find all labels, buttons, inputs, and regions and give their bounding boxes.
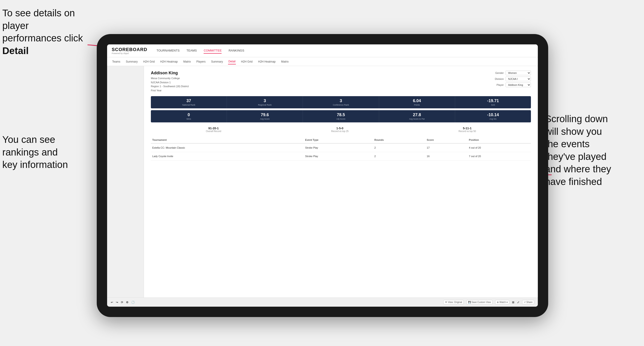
score-1: 17: [426, 143, 468, 152]
bottom-toolbar: ↩ ↪ ⟳ ⚙ 🕐 👁 View: Original 💾 Save Custom…: [107, 298, 538, 307]
tab-matrix[interactable]: Matrix: [183, 59, 192, 64]
division-select[interactable]: NJCAA I NJCAA II: [506, 77, 531, 81]
annotation-top-left: To see details on player performances cl…: [2, 7, 90, 57]
conference-rank-value: 3: [304, 98, 377, 103]
gender-label: Gender: [495, 72, 504, 74]
stats-row-1: 37 National Rank 3 Regional Rank 3 Confe…: [151, 96, 531, 108]
redo-icon[interactable]: ↪: [116, 301, 118, 304]
conference-rank-label: Conference Rank: [304, 104, 377, 106]
undo-icon[interactable]: ↩: [111, 301, 113, 304]
stats-row-2: 0 Wins 79.6 Avg Score 78.5 Adj Score 27.…: [151, 110, 531, 122]
overall-record-label: Overall Record: [206, 130, 221, 133]
record-top50-label: Record vs top 50: [458, 130, 476, 133]
record-top25-value: 1-5-0: [331, 127, 349, 130]
player-info: Addison King Mesa Community College NJCA…: [151, 71, 189, 92]
event-type-2: Stroke Play: [304, 152, 373, 161]
records-row: 91-20-1 Overall Record 1-5-0 Record vs t…: [151, 125, 531, 134]
event-type-1: Stroke Play: [304, 143, 373, 152]
avg-sg-label: Avg SG: [456, 118, 530, 120]
table-row: Estella CC- Mountain Classic Stroke Play…: [151, 143, 531, 152]
tab-h2h-heatmap[interactable]: H2H Heatmap: [160, 59, 178, 64]
score-2: 16: [426, 152, 468, 161]
resize-icon[interactable]: ⊞: [512, 301, 514, 304]
player-filter-row: Player Addison King: [496, 83, 531, 87]
division-label: Division: [495, 78, 504, 80]
view-original-btn[interactable]: 👁 View: Original: [444, 300, 464, 304]
overall-record-value: 91-20-1: [206, 127, 221, 130]
gender-filter-row: Gender Women Men: [495, 71, 531, 75]
avg-score-value: 79.6: [228, 113, 301, 117]
overall-record: 91-20-1 Overall Record: [206, 127, 221, 133]
main-content: Addison King Mesa Community College NJCA…: [107, 66, 538, 298]
record-top50-value: 5-11-1: [458, 127, 476, 130]
tournament-name-2: Lady Coyote Invite: [151, 152, 304, 161]
regional-rank-label: Regional Rank: [228, 104, 301, 106]
position-1: 4 out of 20: [468, 143, 531, 152]
table-row: Lady Coyote Invite Stroke Play 2 16 7 ou…: [151, 152, 531, 161]
tab-players[interactable]: Players: [196, 59, 206, 64]
col-score: Score: [426, 137, 468, 143]
expand-icon[interactable]: ⤢: [517, 301, 520, 304]
annotation-right: Scrolling down will show you the events …: [545, 113, 642, 188]
tab-matrix2[interactable]: Matrix: [281, 59, 289, 64]
record-top25: 1-5-0 Record vs top 25: [331, 127, 349, 133]
gender-select[interactable]: Women Men: [506, 71, 531, 75]
tournament-name-1: Estella CC- Mountain Classic: [151, 143, 304, 152]
nav-items: TOURNAMENTS TEAMS COMMITTEE RANKINGS: [156, 48, 244, 54]
record-top25-label: Record vs top 25: [331, 130, 349, 133]
player-select[interactable]: Addison King: [506, 83, 531, 87]
col-event-type: Event Type: [304, 137, 373, 143]
player-header: Addison King Mesa Community College NJCA…: [151, 71, 531, 92]
view-original-label: View: Original: [448, 301, 462, 304]
points-value: 6.04: [380, 98, 454, 103]
sub-nav: Teams Summary H2H Grid H2H Heatmap Matri…: [107, 57, 538, 66]
watch-label: Watch: [499, 301, 506, 304]
scoreboard-logo: SCOREBOARD Powered by clippd: [112, 47, 147, 54]
content-area: Addison King Mesa Community College NJCA…: [144, 66, 538, 298]
stat-points: 6.04 Points: [379, 96, 455, 108]
stat-avg-score: 79.6 Avg Score: [227, 110, 303, 122]
share-label: Share: [526, 301, 532, 304]
settings-icon[interactable]: ⚙: [126, 301, 128, 304]
save-custom-label: Save Custom View: [472, 301, 491, 304]
left-sidebar: [107, 66, 144, 298]
stat-avg-sg: -10.14 Avg SG: [455, 110, 531, 122]
tab-h2h-heatmap2[interactable]: H2H Heatmap: [258, 59, 276, 64]
watch-btn[interactable]: ⊕ Watch ▾: [495, 300, 509, 304]
stat-avg-score-to-par: 27.8 Avg Score to Par: [379, 110, 455, 122]
wins-value: 0: [152, 113, 225, 117]
tab-summary2[interactable]: Summary: [210, 59, 223, 64]
save-custom-view-btn[interactable]: 💾 Save Custom View: [466, 300, 492, 304]
national-rank-label: National Rank: [152, 104, 225, 106]
stat-regional-rank: 3 Regional Rank: [227, 96, 303, 108]
tab-teams[interactable]: Teams: [112, 59, 121, 64]
avg-score-label: Avg Score: [228, 118, 301, 120]
watch-icon: ⊕: [497, 301, 499, 304]
stat-national-rank: 37 National Rank: [151, 96, 227, 108]
adj-score-label: Adj Score: [304, 118, 377, 120]
tab-h2h-grid2[interactable]: H2H Grid: [240, 59, 253, 64]
stat-wins: 0 Wins: [151, 110, 227, 122]
stat-sos: -19.71 SoS: [455, 96, 531, 108]
player-name: Addison King: [151, 71, 189, 75]
tournament-table: Tournament Event Type Rounds Score Posit…: [151, 137, 531, 161]
nav-tournaments[interactable]: TOURNAMENTS: [156, 48, 180, 54]
nav-committee[interactable]: COMMITTEE: [204, 48, 222, 54]
watch-chevron: ▾: [506, 301, 508, 304]
tab-h2h-grid[interactable]: H2H Grid: [143, 59, 155, 64]
tablet-screen: SCOREBOARD Powered by clippd TOURNAMENTS…: [107, 44, 538, 307]
wins-label: Wins: [152, 118, 225, 120]
sos-value: -19.71: [456, 98, 530, 103]
nav-teams[interactable]: TEAMS: [186, 48, 197, 54]
player-division: NJCAA Division 1: [151, 81, 189, 85]
record-top50: 5-11-1 Record vs top 50: [458, 127, 476, 133]
clock-icon[interactable]: 🕐: [131, 301, 135, 304]
nav-rankings[interactable]: RANKINGS: [228, 48, 244, 54]
tablet-frame: SCOREBOARD Powered by clippd TOURNAMENTS…: [97, 34, 548, 317]
logo-sub: Powered by clippd: [112, 52, 147, 54]
share-btn[interactable]: ↗ Share: [522, 300, 534, 304]
national-rank-value: 37: [152, 98, 225, 103]
refresh-icon[interactable]: ⟳: [121, 301, 123, 304]
tab-detail[interactable]: Detail: [228, 59, 236, 64]
tab-summary[interactable]: Summary: [125, 59, 138, 64]
